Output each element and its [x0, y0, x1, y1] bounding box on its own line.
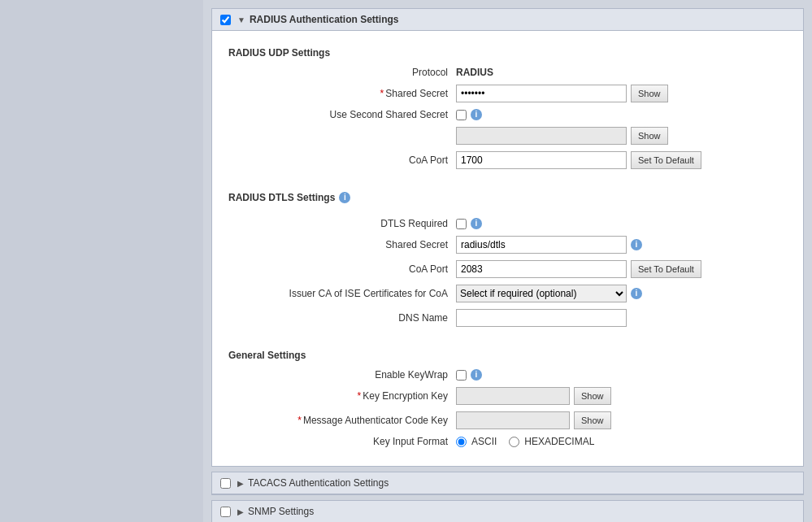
dns-name-control — [456, 309, 627, 327]
use-second-row: Use Second Shared Secret i — [228, 109, 787, 120]
kek-required: * — [358, 390, 362, 402]
show-mac-button[interactable]: Show — [574, 411, 611, 429]
issuer-ca-row: Issuer CA of ISE Certificates for CoA Se… — [228, 285, 787, 302]
enable-keywrap-label: Enable KeyWrap — [228, 369, 456, 381]
key-input-format-radios: ASCII HEXADECIMAL — [456, 436, 594, 447]
udp-settings-title: RADIUS UDP Settings — [228, 47, 787, 59]
mac-row: *Message Authenticator Code Key Show — [228, 411, 787, 429]
dtls-required-info-icon[interactable]: i — [471, 218, 482, 229]
second-secret-input[interactable] — [456, 127, 627, 145]
dns-name-row: DNS Name — [228, 309, 787, 327]
key-input-format-label: Key Input Format — [228, 436, 456, 447]
key-input-format-row: Key Input Format ASCII HEXADECIMAL — [228, 436, 787, 447]
dtls-set-default-button[interactable]: Set To Default — [631, 260, 701, 278]
enable-keywrap-checkbox[interactable] — [456, 370, 467, 381]
dns-name-label: DNS Name — [228, 312, 456, 324]
snmp-section: ▶ SNMP Settings — [211, 500, 804, 522]
use-second-checkbox[interactable] — [456, 110, 467, 120]
snmp-checkbox[interactable] — [220, 507, 231, 517]
dtls-coa-port-input[interactable] — [456, 260, 627, 278]
kek-label: *Key Encryption Key — [228, 390, 456, 402]
use-second-control: i — [456, 109, 482, 120]
issuer-ca-control: Select if required (optional) i — [456, 285, 642, 302]
issuer-ca-label: Issuer CA of ISE Certificates for CoA — [228, 288, 456, 299]
radius-section-title: RADIUS Authentication Settings — [250, 14, 399, 25]
issuer-ca-info-icon[interactable]: i — [631, 288, 642, 299]
dtls-shared-secret-label: Shared Secret — [228, 239, 456, 250]
radius-checkbox[interactable] — [220, 15, 231, 25]
mac-required: * — [297, 415, 302, 426]
coa-port-udp-row: CoA Port Set To Default — [228, 151, 787, 169]
snmp-arrow: ▶ — [237, 507, 244, 516]
dtls-coa-port-row: CoA Port Set To Default — [228, 260, 787, 278]
tacacs-section-header[interactable]: ▶ TACACS Authentication Settings — [212, 472, 803, 494]
dtls-section-info-icon[interactable]: i — [339, 192, 350, 203]
general-settings-title: General Settings — [228, 350, 787, 361]
protocol-row: Protocol RADIUS — [228, 67, 787, 78]
show-second-secret-button[interactable]: Show — [631, 127, 668, 145]
dtls-required-row: DTLS Required i — [228, 218, 787, 229]
dns-name-input[interactable] — [456, 309, 627, 327]
dtls-coa-port-label: CoA Port — [228, 263, 456, 275]
snmp-section-title: SNMP Settings — [248, 506, 314, 517]
show-secret-button[interactable]: Show — [631, 85, 668, 102]
radius-section-body: RADIUS UDP Settings Protocol RADIUS *Sha… — [212, 31, 803, 466]
dtls-title-row: RADIUS DTLS Settings i — [228, 188, 787, 211]
enable-keywrap-row: Enable KeyWrap i — [228, 369, 787, 381]
show-kek-button[interactable]: Show — [574, 387, 611, 405]
protocol-control: RADIUS — [456, 67, 493, 78]
dtls-shared-secret-info-icon[interactable]: i — [631, 239, 642, 250]
dtls-shared-secret-control: i — [456, 236, 642, 254]
radius-arrow: ▼ — [237, 15, 245, 24]
dtls-shared-secret-input[interactable] — [456, 236, 627, 254]
radius-section-header[interactable]: ▼ RADIUS Authentication Settings — [212, 9, 803, 31]
ascii-radio-label[interactable]: ASCII — [456, 436, 497, 447]
dtls-required-checkbox[interactable] — [456, 219, 467, 229]
key-input-format-control: ASCII HEXADECIMAL — [456, 436, 594, 447]
kek-control: Show — [456, 387, 611, 405]
mac-control: Show — [456, 411, 611, 429]
ascii-label: ASCII — [471, 436, 497, 447]
hex-radio[interactable] — [509, 437, 519, 447]
ascii-radio[interactable] — [456, 437, 467, 447]
shared-secret-required: * — [380, 88, 384, 99]
shared-secret-label: *Shared Secret — [228, 88, 456, 99]
shared-secret-row: *Shared Secret Show — [228, 85, 787, 102]
sidebar — [0, 0, 203, 522]
tacacs-arrow: ▶ — [237, 479, 244, 488]
second-secret-row: Show — [228, 127, 787, 145]
snmp-section-header[interactable]: ▶ SNMP Settings — [212, 501, 803, 522]
dtls-coa-port-control: Set To Default — [456, 260, 701, 278]
kek-input[interactable] — [456, 387, 570, 405]
radius-section: ▼ RADIUS Authentication Settings RADIUS … — [211, 8, 804, 467]
dtls-shared-secret-row: Shared Secret i — [228, 236, 787, 254]
dtls-required-control: i — [456, 218, 482, 229]
mac-input[interactable] — [456, 411, 570, 429]
use-second-info-icon[interactable]: i — [471, 109, 482, 120]
set-default-coa-button[interactable]: Set To Default — [631, 151, 701, 169]
enable-keywrap-control: i — [456, 369, 482, 381]
coa-port-udp-label: CoA Port — [228, 154, 456, 166]
hex-label: HEXADECIMAL — [524, 436, 594, 447]
dtls-required-label: DTLS Required — [228, 218, 456, 229]
kek-row: *Key Encryption Key Show — [228, 387, 787, 405]
issuer-ca-select[interactable]: Select if required (optional) — [456, 285, 627, 302]
protocol-label: Protocol — [228, 67, 456, 78]
enable-keywrap-info-icon[interactable]: i — [471, 369, 482, 381]
coa-port-udp-input[interactable] — [456, 151, 627, 169]
dtls-settings-title: RADIUS DTLS Settings i — [228, 192, 350, 203]
tacacs-section-title: TACACS Authentication Settings — [248, 477, 389, 489]
hex-radio-label[interactable]: HEXADECIMAL — [509, 436, 594, 447]
tacacs-section: ▶ TACACS Authentication Settings — [211, 472, 804, 495]
use-second-label: Use Second Shared Secret — [228, 109, 456, 120]
shared-secret-control: Show — [456, 85, 668, 102]
second-secret-control: Show — [456, 127, 668, 145]
mac-label: *Message Authenticator Code Key — [228, 415, 456, 426]
tacacs-checkbox[interactable] — [220, 478, 231, 489]
coa-port-udp-control: Set To Default — [456, 151, 701, 169]
protocol-value: RADIUS — [456, 67, 493, 78]
main-content: ▼ RADIUS Authentication Settings RADIUS … — [203, 0, 812, 522]
shared-secret-input[interactable] — [456, 85, 627, 102]
